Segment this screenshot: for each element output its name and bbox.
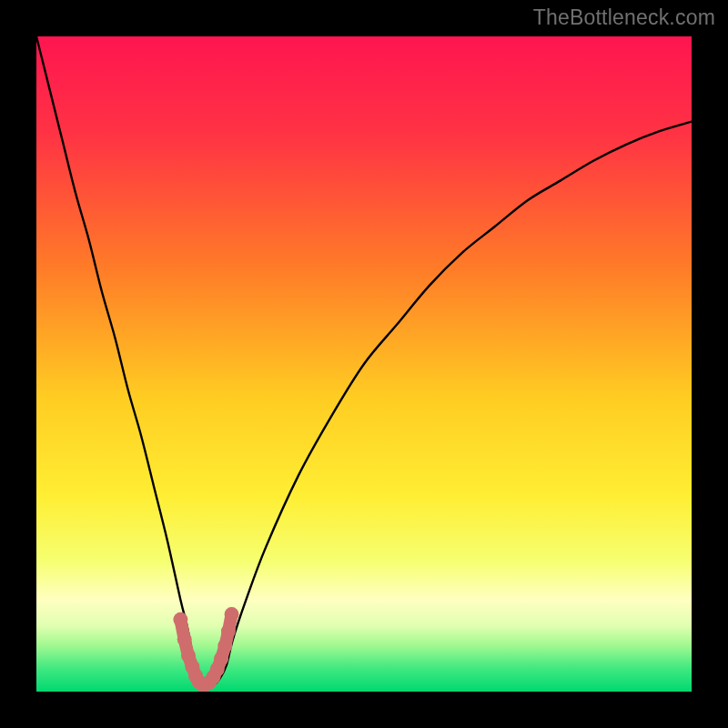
chart-frame: TheBottleneck.com <box>0 0 728 728</box>
bottleneck-chart <box>36 36 692 692</box>
plot-area <box>36 36 692 692</box>
highlight-dot <box>221 624 236 639</box>
highlight-dot <box>214 652 228 666</box>
highlight-dot <box>177 632 192 646</box>
highlight-dot <box>225 607 239 622</box>
watermark-label: TheBottleneck.com <box>533 5 715 30</box>
highlight-dot <box>173 612 187 627</box>
highlight-dot <box>217 639 232 653</box>
